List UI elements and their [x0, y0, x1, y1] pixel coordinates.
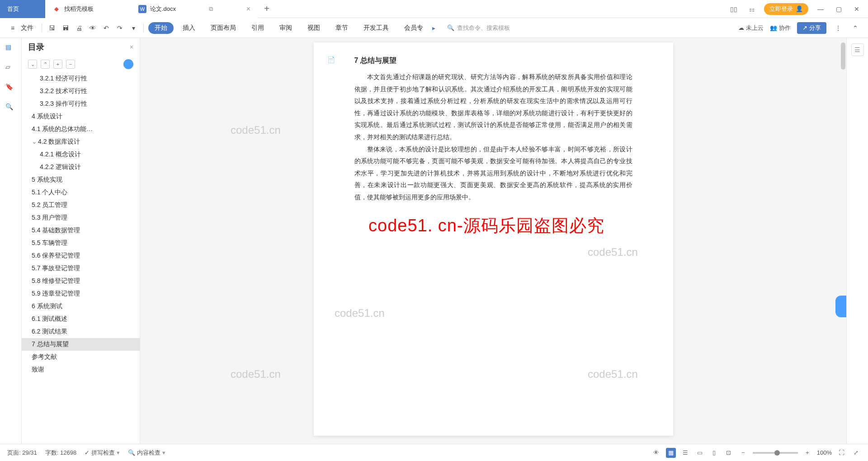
ribbon-tab-reference[interactable]: 引用: [245, 22, 270, 34]
eye-icon[interactable]: 👁: [651, 448, 661, 458]
outline-badge-icon[interactable]: [123, 59, 133, 69]
ribbon-tab-section[interactable]: 章节: [329, 22, 354, 34]
login-label: 立即登录: [769, 5, 793, 13]
outline-item[interactable]: 致谢: [22, 363, 140, 376]
add-level-icon[interactable]: +: [53, 60, 62, 69]
outline-item[interactable]: 5.8 维修登记管理: [22, 275, 140, 287]
ribbon-more-icon[interactable]: ▸: [432, 24, 435, 32]
content-check-button[interactable]: 🔍内容检查 ▾: [128, 449, 165, 457]
undo-icon[interactable]: ↶: [101, 23, 112, 33]
outline-header: 目录 ×: [22, 38, 140, 56]
tab-close-icon[interactable]: ×: [246, 5, 250, 13]
outline-item[interactable]: 5.1 个人中心: [22, 186, 140, 199]
outline-item[interactable]: 4 系统设计: [22, 110, 140, 123]
spellcheck-button[interactable]: ✓拼写检查 ▾: [85, 449, 120, 457]
outline-item[interactable]: 参考文献: [22, 351, 140, 363]
tab-window-icon[interactable]: ⧉: [209, 5, 213, 13]
outline-item[interactable]: 6.1 测试概述: [22, 313, 140, 325]
nav-icon[interactable]: ▱: [5, 63, 16, 74]
maximize-button[interactable]: ▢: [833, 5, 844, 13]
outline-view-icon[interactable]: ☰: [680, 448, 690, 458]
ribbon-tab-layout[interactable]: 页面布局: [204, 22, 242, 34]
collab-button[interactable]: 👥协作: [770, 24, 791, 32]
redo-icon[interactable]: ↷: [114, 23, 125, 33]
side-tab-icon[interactable]: [835, 296, 846, 317]
zoom-out-icon[interactable]: −: [738, 448, 748, 458]
share-button[interactable]: ↗分享: [797, 22, 826, 34]
read-view-icon[interactable]: ▯: [709, 448, 719, 458]
outline-item[interactable]: 3.2.1 经济可行性: [22, 72, 140, 85]
outline-item[interactable]: 5 系统实现: [22, 174, 140, 186]
outline-item[interactable]: 6.2 测试结果: [22, 325, 140, 338]
web-view-icon[interactable]: ▭: [695, 448, 705, 458]
statusbar-right: 👁 ▦ ☰ ▭ ▯ ⊡ − + 100% ⛶ ⤢: [651, 448, 861, 458]
layout-icon[interactable]: ▯▯: [728, 5, 740, 13]
file-menu[interactable]: 文件: [21, 24, 33, 32]
remove-level-icon[interactable]: −: [66, 60, 75, 69]
command-search[interactable]: 🔍 查找命令、搜索模板: [447, 24, 510, 32]
outline-item[interactable]: 5.9 违章登记管理: [22, 287, 140, 300]
properties-icon[interactable]: ☰: [851, 43, 864, 56]
collapse-all-icon[interactable]: ⌄: [28, 60, 37, 69]
outline-item[interactable]: 5.7 事故登记管理: [22, 262, 140, 275]
zoom-in-icon[interactable]: +: [802, 448, 812, 458]
outline-item[interactable]: 6 系统测试: [22, 300, 140, 313]
outline-item[interactable]: 5.5 车辆管理: [22, 237, 140, 249]
doc-heading: 7 总结与展望: [354, 56, 632, 66]
outline-item[interactable]: ⌄4.2 数据库设计: [22, 136, 140, 148]
ribbon-tab-devtools[interactable]: 开发工具: [357, 22, 395, 34]
outline-item[interactable]: 4.2.2 逻辑设计: [22, 161, 140, 174]
outline-item[interactable]: 3.2.2 技术可行性: [22, 85, 140, 98]
outline-item[interactable]: 5.4 基础数据管理: [22, 224, 140, 237]
daoqiao-icon: ◆: [52, 5, 61, 13]
ribbon-tab-start[interactable]: 开始: [148, 22, 174, 34]
word-count[interactable]: 字数: 12698: [45, 449, 76, 457]
outline-item[interactable]: 5.2 员工管理: [22, 199, 140, 212]
outline-item[interactable]: 4.1 系统的总体功能…: [22, 123, 140, 136]
ribbon-tab-member[interactable]: 会员专: [398, 22, 429, 34]
menu-icon[interactable]: ≡: [7, 23, 18, 33]
save-icon[interactable]: 🖫: [47, 23, 57, 33]
apps-icon[interactable]: ⚏: [746, 5, 758, 13]
outline-close-icon[interactable]: ×: [130, 43, 133, 51]
outline-item[interactable]: 7 总结与展望: [22, 338, 140, 351]
tab-add-button[interactable]: +: [258, 4, 276, 14]
collapse-ribbon-icon[interactable]: ⌃: [850, 23, 861, 33]
fit-icon[interactable]: ⛶: [836, 448, 846, 458]
save-as-icon[interactable]: 🖬: [60, 23, 71, 33]
outline-item[interactable]: 4.2.1 概念设计: [22, 148, 140, 161]
preview-icon[interactable]: 👁: [87, 23, 98, 33]
search-panel-icon[interactable]: 🔍: [5, 103, 16, 114]
outline-toggle-icon[interactable]: ▤: [5, 43, 16, 54]
focus-view-icon[interactable]: ⊡: [724, 448, 734, 458]
scrollbar-thumb[interactable]: [841, 42, 845, 70]
separator: [42, 24, 42, 33]
expand-all-icon[interactable]: ⌃: [41, 60, 50, 69]
page-options-icon[interactable]: 📄: [327, 56, 335, 63]
more-icon[interactable]: ⋮: [833, 23, 844, 33]
outline-item[interactable]: 3.2.3 操作可行性: [22, 98, 140, 110]
minimize-button[interactable]: —: [815, 5, 826, 13]
ribbon-tab-insert[interactable]: 插入: [176, 22, 202, 34]
zoom-slider[interactable]: [753, 452, 798, 454]
document-area[interactable]: 📄 7 总结与展望 本文首先通过介绍课题的研究现状、研究方法等内容，解释系统的研…: [140, 38, 846, 444]
page-view-icon[interactable]: ▦: [666, 448, 676, 458]
toolbar: ≡ 文件 🖫 🖬 🖨 👁 ↶ ↷ ▾ 开始 插入 页面布局 引用 审阅 视图 章…: [0, 18, 868, 38]
vertical-scrollbar[interactable]: [840, 38, 845, 444]
print-icon[interactable]: 🖨: [74, 23, 85, 33]
ribbon-tab-review[interactable]: 审阅: [273, 22, 298, 34]
bookmark-icon[interactable]: 🔖: [5, 83, 16, 94]
login-button[interactable]: 立即登录 👤: [764, 3, 808, 15]
fullscreen-icon[interactable]: ⤢: [851, 448, 861, 458]
tab-document[interactable]: W 论文.docx ⧉ ×: [131, 0, 258, 18]
close-button[interactable]: ✕: [851, 5, 863, 13]
tab-template[interactable]: ◆ 找稻壳模板: [45, 0, 131, 18]
ribbon-tab-view[interactable]: 视图: [301, 22, 326, 34]
zoom-level[interactable]: 100%: [817, 449, 832, 456]
outline-item[interactable]: 5.6 保养登记管理: [22, 249, 140, 262]
cloud-status[interactable]: ☁未上云: [738, 24, 764, 32]
dropdown-icon[interactable]: ▾: [128, 23, 139, 33]
page-indicator[interactable]: 页面: 29/31: [7, 449, 37, 457]
tab-home[interactable]: 首页: [0, 0, 45, 18]
outline-item[interactable]: 5.3 用户管理: [22, 212, 140, 224]
